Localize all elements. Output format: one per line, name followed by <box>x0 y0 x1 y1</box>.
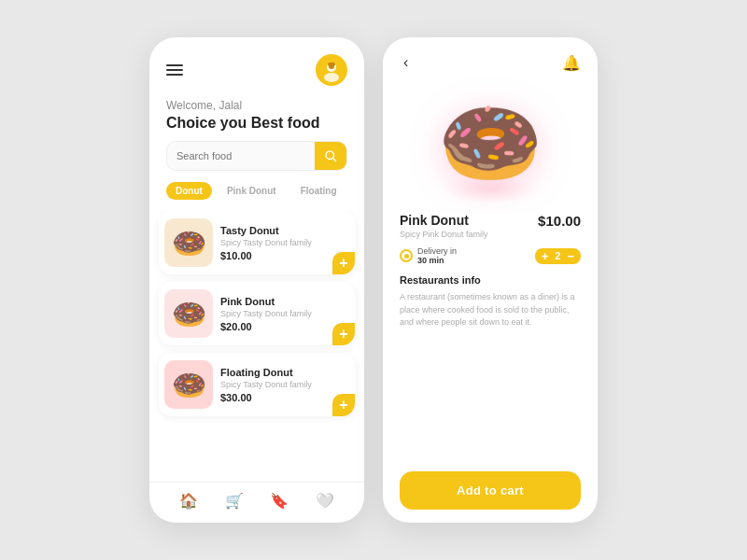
add-to-cart-button[interactable]: Add to cart <box>400 471 581 510</box>
filter-tab-pink-donut[interactable]: Pink Donut <box>218 182 286 200</box>
filter-tab-floating[interactable]: Floating <box>291 182 346 200</box>
svg-line-6 <box>332 159 335 161</box>
quantity-increment-button[interactable]: + <box>541 250 550 262</box>
food-desc-floating-donut: Spicy Tasty Donut family <box>220 380 347 389</box>
delivery-row: Delivery in 30 min + 2 − <box>400 246 581 265</box>
delivery-dot-icon <box>400 249 413 262</box>
food-price-floating-donut: $30.00 <box>220 392 347 403</box>
quantity-decrement-button[interactable]: − <box>566 250 575 262</box>
delivery-label: Delivery in <box>417 246 457 256</box>
add-floating-donut-button[interactable]: + <box>332 394 355 416</box>
restaurants-desc: A restaurant (sometimes known as a diner… <box>400 291 581 329</box>
delivery-text-group: Delivery in 30 min <box>417 246 457 265</box>
filter-tab-donut[interactable]: Donut <box>166 182 212 200</box>
bottom-nav: 🏠 🛒 🔖 🤍 <box>149 482 364 523</box>
donut-hero-image: 🍩 <box>438 94 543 192</box>
food-desc-pink-donut: Spicy Tasty Donut family <box>220 309 347 318</box>
food-list: 🍩 Tasty Donut Spicy Tasty Donut family $… <box>149 211 364 482</box>
search-bar <box>166 141 347 171</box>
food-item-pink-donut: 🍩 Pink Donut Spicy Tasty Donut family $2… <box>159 282 355 345</box>
food-desc-tasty-donut: Spicy Tasty Donut family <box>220 238 347 247</box>
product-info: Pink Donut Spicy Pink Donut family $10.0… <box>383 213 598 464</box>
svg-point-2 <box>324 73 339 82</box>
food-info-floating-donut: Floating Donut Spicy Tasty Donut family … <box>220 367 347 403</box>
add-tasty-donut-button[interactable]: + <box>332 252 355 274</box>
food-image-tasty-donut: 🍩 <box>164 218 213 267</box>
product-name: Pink Donut <box>400 213 488 228</box>
donut-showcase: 🍩 <box>383 73 598 213</box>
left-header <box>149 37 364 93</box>
left-phone-card: Welcome, Jalal Choice you Best food Donu… <box>149 37 364 523</box>
food-price-pink-donut: $20.00 <box>220 321 347 332</box>
food-name-tasty-donut: Tasty Donut <box>220 225 347 236</box>
search-button[interactable] <box>315 142 346 170</box>
food-item-tasty-donut: 🍩 Tasty Donut Spicy Tasty Donut family $… <box>159 211 355 274</box>
food-name-floating-donut: Floating Donut <box>220 367 347 378</box>
back-button[interactable]: ‹ <box>400 52 412 73</box>
quantity-control: + 2 − <box>535 248 581 264</box>
delivery-dot-inner <box>404 254 409 259</box>
food-info-pink-donut: Pink Donut Spicy Tasty Donut family $20.… <box>220 296 347 332</box>
right-header: ‹ 🔔 <box>383 37 598 73</box>
search-input[interactable] <box>167 143 315 169</box>
restaurants-title: Restaurants info <box>400 274 581 286</box>
add-pink-donut-button[interactable]: + <box>332 323 355 345</box>
product-name-group: Pink Donut Spicy Pink Donut family <box>400 213 488 239</box>
bell-icon[interactable]: 🔔 <box>562 54 581 72</box>
cart-nav-icon[interactable]: 🛒 <box>225 492 244 510</box>
menu-icon[interactable] <box>166 64 183 76</box>
delivery-time: 30 min <box>417 256 457 265</box>
favorites-nav-icon[interactable]: 🤍 <box>316 492 334 510</box>
greeting: Welcome, Jalal <box>149 93 364 114</box>
food-image-floating-donut: 🍩 <box>164 360 213 409</box>
food-name-pink-donut: Pink Donut <box>220 296 347 307</box>
product-subtitle: Spicy Pink Donut family <box>400 230 488 239</box>
filter-tabs: Donut Pink Donut Floating <box>149 182 364 211</box>
delivery-info: Delivery in 30 min <box>400 246 457 265</box>
bookmark-nav-icon[interactable]: 🔖 <box>270 492 289 510</box>
svg-rect-4 <box>328 63 335 66</box>
right-phone-card: ‹ 🔔 🍩 Pink Donut Spicy Pink Donut family… <box>383 37 598 523</box>
home-nav-icon[interactable]: 🏠 <box>179 492 198 510</box>
food-image-pink-donut: 🍩 <box>164 289 213 338</box>
food-info-tasty-donut: Tasty Donut Spicy Tasty Donut family $10… <box>220 225 347 261</box>
food-price-tasty-donut: $10.00 <box>220 250 347 261</box>
headline: Choice you Best food <box>149 114 364 141</box>
food-item-floating-donut: 🍩 Floating Donut Spicy Tasty Donut famil… <box>159 353 355 416</box>
product-price: $10.00 <box>538 213 581 229</box>
product-top: Pink Donut Spicy Pink Donut family $10.0… <box>400 213 581 239</box>
avatar[interactable] <box>316 54 347 86</box>
quantity-value: 2 <box>553 250 562 261</box>
